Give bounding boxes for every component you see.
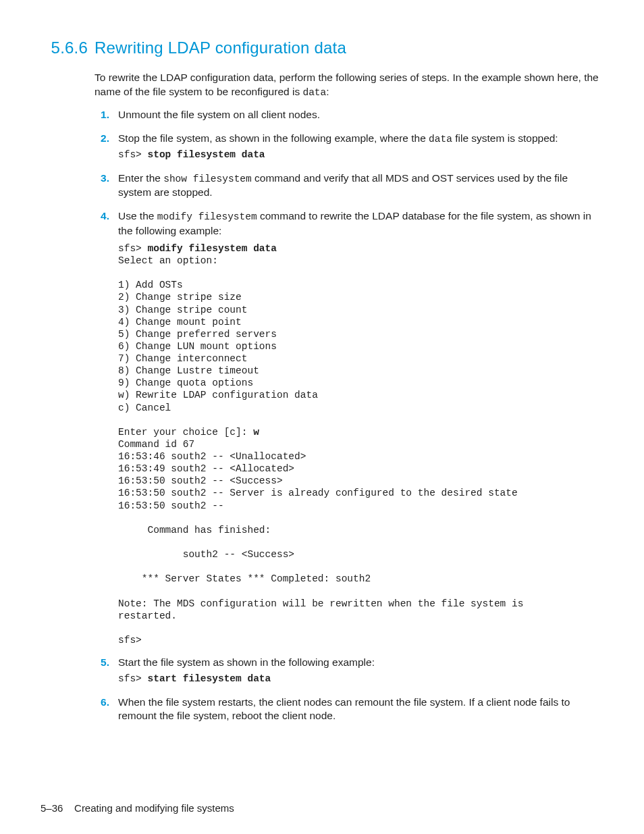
code-block: sfs> modify filesystem data Select an op… <box>118 242 603 646</box>
step-number: 6. <box>95 696 109 710</box>
inline-code: show filesystem <box>163 174 252 184</box>
step-text-1: Stop the file system, as shown in the fo… <box>118 132 429 144</box>
step-number: 3. <box>95 172 109 186</box>
intro-text-2: : <box>326 86 329 97</box>
inline-code: modify filesystem <box>157 211 257 222</box>
step-text: Start the file system as shown in the fo… <box>118 656 375 668</box>
block-prefix: sfs> <box>118 243 148 254</box>
step-5: 5. Start the file system as shown in the… <box>95 656 603 685</box>
page-number: 5–36 <box>41 802 63 814</box>
step-4: 4. Use the modify filesystem command to … <box>95 209 603 646</box>
step-1: 1. Unmount the file system on all client… <box>95 108 603 122</box>
intro-text-1: To rewrite the LDAP configuration data, … <box>95 72 599 97</box>
step-2: 2. Stop the file system, as shown in the… <box>95 132 603 162</box>
step-6: 6. When the file system restarts, the cl… <box>95 696 603 724</box>
block-cmd: modify filesystem data <box>148 243 277 254</box>
block-a: Select an option: 1) Add OSTs 2) Change … <box>118 255 318 438</box>
step-text: When the file system restarts, the clien… <box>118 696 570 722</box>
step-text-1: Use the <box>118 210 157 221</box>
heading-title: Rewriting LDAP configuration data <box>95 38 346 57</box>
page-footer: 5–36 Creating and modifying file systems <box>41 802 234 815</box>
page-content: 5.6.6Rewriting LDAP configuration data T… <box>0 0 644 723</box>
heading-number: 5.6.6 <box>47 37 88 59</box>
prompt: sfs> <box>118 673 148 684</box>
command: start filesystem data <box>148 673 271 684</box>
step-number: 5. <box>95 656 109 670</box>
inline-code: data <box>429 134 452 145</box>
steps-list: 1. Unmount the file system on all client… <box>95 108 603 723</box>
command: stop filesystem data <box>148 149 265 160</box>
step-number: 2. <box>95 132 109 146</box>
step-text: Unmount the file system on all client no… <box>118 109 320 120</box>
intro-paragraph: To rewrite the LDAP configuration data, … <box>95 71 603 99</box>
chapter-title: Creating and modifying file systems <box>74 802 234 814</box>
command-line: sfs> start filesystem data <box>118 673 603 686</box>
step-number: 4. <box>95 209 109 224</box>
prompt: sfs> <box>118 149 148 160</box>
block-b: Command id 67 16:53:46 south2 -- <Unallo… <box>118 439 529 646</box>
block-choice: w <box>253 427 259 438</box>
step-3: 3. Enter the show filesystem command and… <box>95 172 603 200</box>
step-number: 1. <box>95 108 109 122</box>
intro-code: data <box>302 87 326 98</box>
step-text-2: file system is stopped: <box>452 132 558 144</box>
section-heading: 5.6.6Rewriting LDAP configuration data <box>47 37 603 59</box>
command-line: sfs> stop filesystem data <box>118 149 603 162</box>
step-text-1: Enter the <box>118 172 163 184</box>
